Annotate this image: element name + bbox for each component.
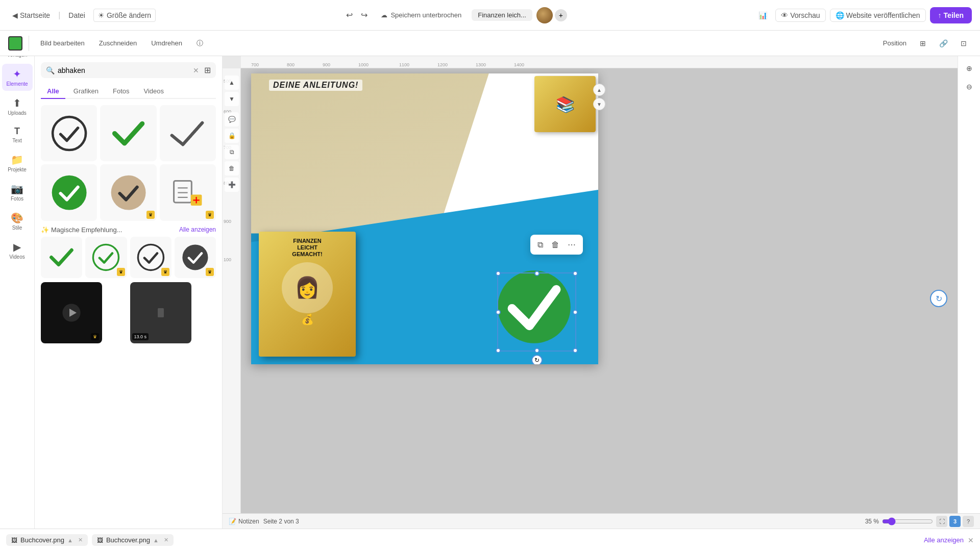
- magic-check-3: [136, 243, 165, 272]
- magic-item-4[interactable]: ♛: [175, 237, 216, 278]
- more-options-button[interactable]: ⋯: [565, 237, 579, 253]
- file-icon-1: 🖼: [11, 537, 17, 544]
- comment-btn[interactable]: 💬: [225, 112, 239, 127]
- scroll-up-btn[interactable]: ▲: [225, 76, 239, 90]
- layers-btn[interactable]: ⧉: [225, 145, 239, 159]
- text-icon: T: [14, 126, 20, 137]
- uploads-icon: ⬆: [13, 97, 21, 109]
- position-button[interactable]: Position: [879, 37, 911, 49]
- magic-item-3[interactable]: ♛: [130, 237, 172, 278]
- project-title[interactable]: Finanzen leich...: [472, 9, 532, 21]
- search-result-2[interactable]: [100, 105, 156, 161]
- resize-label: Größe ändern: [107, 11, 151, 19]
- clear-search-button[interactable]: ✕: [193, 66, 199, 74]
- book-cover[interactable]: FINANZEN LEICHT GEMACHT! 👩 💰: [259, 232, 356, 357]
- photos-label: Fotos: [11, 196, 23, 202]
- file-menu[interactable]: Datei: [64, 9, 89, 21]
- filter-button[interactable]: ⊞: [204, 65, 211, 75]
- video-premium-badge: ♛: [91, 333, 99, 340]
- sidebar-item-fotos[interactable]: 📷 Fotos: [2, 179, 33, 206]
- edit-image-button[interactable]: Bild bearbeiten: [35, 37, 90, 49]
- sidebar-item-projekte[interactable]: 📁 Projekte: [2, 149, 33, 177]
- zoom-percent: 35 %: [859, 518, 879, 525]
- share-button[interactable]: ↑ Teilen: [930, 7, 972, 23]
- grid-icon-btn[interactable]: ⊞: [915, 35, 931, 52]
- search-result-5[interactable]: ♛: [100, 164, 156, 220]
- tab-alle[interactable]: Alle: [41, 84, 65, 99]
- preview-button[interactable]: 👁 Vorschau: [775, 9, 825, 22]
- status-bar: 📝 Notizen Seite 2 von 3 35 % ⛶ 3 ?: [223, 513, 980, 529]
- ruler-mark-1400: 1400: [514, 62, 524, 67]
- files-bar: 🖼 Buchcover.png ▲ ✕ 🖼 Buchcover.png ▲ ✕ …: [0, 529, 980, 551]
- copy-button[interactable]: ⧉: [534, 237, 546, 253]
- ruler-mark-700: 700: [251, 62, 259, 67]
- file-tab-2[interactable]: 🖼 Buchcover.png ▲ ✕: [92, 534, 174, 546]
- tab-fotos[interactable]: Fotos: [107, 84, 136, 99]
- video-results: ♛ 13.0 s: [41, 282, 216, 343]
- home-button[interactable]: ◀ Startseite: [8, 9, 54, 21]
- search-result-3[interactable]: [160, 105, 216, 161]
- video-item-2[interactable]: 13.0 s: [130, 282, 191, 343]
- info-button[interactable]: ⓘ: [191, 37, 208, 50]
- left-panel-tools: ▲ ▼ 💬 🔒 ⧉ 🗑 ➕: [223, 71, 241, 513]
- sun-icon: ☀: [98, 11, 105, 19]
- rotate-float-button[interactable]: ↻: [930, 290, 947, 307]
- color-swatch[interactable]: [8, 36, 22, 51]
- add-element-btn[interactable]: ➕: [225, 178, 239, 192]
- trash-btn[interactable]: 🗑: [225, 161, 239, 176]
- green-circle-check-icon: [50, 173, 89, 212]
- redo-button[interactable]: ↪: [358, 7, 371, 23]
- zoom-slider[interactable]: [882, 517, 933, 525]
- magic-show-all-button[interactable]: Alle anzeigen: [179, 226, 216, 233]
- zoom-in-btn[interactable]: ⊕: [961, 60, 977, 77]
- resize-button[interactable]: ☀ Größe ändern: [93, 9, 156, 22]
- magic-item-1[interactable]: [41, 237, 82, 278]
- show-all-files-button[interactable]: Alle anzeigen: [924, 536, 964, 544]
- checkmark-element[interactable]: [495, 267, 574, 346]
- file-tab-1[interactable]: 🖼 Buchcover.png ▲ ✕: [6, 534, 88, 546]
- close-file-2[interactable]: ✕: [164, 537, 168, 543]
- scroll-down-btn[interactable]: ▼: [225, 92, 239, 106]
- search-input[interactable]: [58, 66, 190, 74]
- avatar[interactable]: [536, 7, 553, 23]
- close-all-button[interactable]: ✕: [968, 536, 974, 544]
- link-btn[interactable]: 🔗: [935, 35, 951, 52]
- collapse-btn-1[interactable]: ▲: [67, 537, 73, 543]
- files-right: Alle anzeigen ✕: [924, 536, 974, 544]
- stats-button[interactable]: 📊: [754, 9, 771, 21]
- sidebar-item-stile[interactable]: 🎨 Stile: [2, 208, 33, 235]
- flip-button[interactable]: Umdrehen: [146, 37, 187, 49]
- svg-point-0: [53, 117, 86, 150]
- sidebar-item-videos[interactable]: ▶ Videos: [2, 237, 33, 264]
- lock-btn[interactable]: 🔒: [225, 129, 239, 143]
- help-button[interactable]: ?: [963, 516, 974, 527]
- search-result-6[interactable]: ♛: [160, 164, 216, 220]
- sidebar-item-uploads[interactable]: ⬆ Uploads: [2, 93, 33, 120]
- sidebar-item-text[interactable]: T Text: [2, 122, 33, 147]
- delete-button[interactable]: 🗑: [548, 237, 562, 253]
- crop-button[interactable]: Zuschneiden: [94, 37, 142, 49]
- search-result-4[interactable]: [41, 164, 97, 220]
- close-file-1[interactable]: ✕: [78, 537, 83, 543]
- notes-button[interactable]: 📝 Notizen: [229, 518, 259, 525]
- magic-item-2[interactable]: ♛: [85, 237, 127, 278]
- search-result-1[interactable]: [41, 105, 97, 161]
- top-right-book[interactable]: 📚: [534, 76, 596, 132]
- green-check-icon: [109, 114, 148, 153]
- undo-button[interactable]: ↩: [343, 7, 356, 23]
- sidebar-item-elemente[interactable]: ✦ Elemente: [2, 64, 33, 91]
- design-page[interactable]: Deine Anleitung! FINANZEN LEICHT GEMACHT…: [251, 73, 598, 364]
- collapse-btn-2[interactable]: ▲: [153, 537, 159, 543]
- scroll-down-arrow[interactable]: ▼: [593, 98, 605, 110]
- add-collaborator-button[interactable]: +: [555, 9, 567, 21]
- publish-button[interactable]: 🌐 Website veröffentlichen: [830, 9, 926, 22]
- scroll-up-arrow[interactable]: ▲: [593, 84, 605, 96]
- svg-point-1: [52, 176, 86, 210]
- tab-videos[interactable]: Videos: [138, 84, 170, 99]
- zoom-out-btn[interactable]: ⊖: [961, 79, 977, 95]
- crop-icon-btn[interactable]: ⊡: [955, 35, 972, 52]
- fullscreen-button[interactable]: ⛶: [936, 516, 947, 527]
- video-item-1[interactable]: ♛: [41, 282, 102, 343]
- ruler-mark-1200: 1200: [437, 62, 448, 67]
- tab-grafiken[interactable]: Grafiken: [67, 84, 105, 99]
